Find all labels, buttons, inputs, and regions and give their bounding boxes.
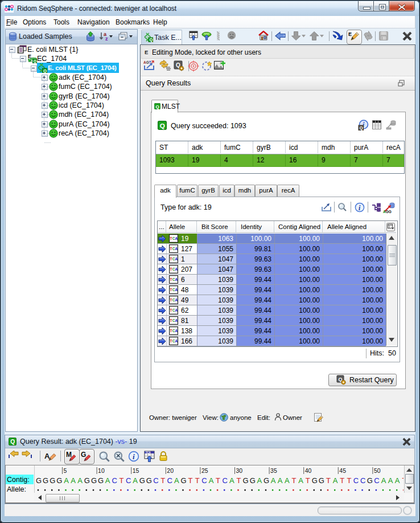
- svg-text:Q: Q: [150, 38, 153, 42]
- svg-text:T: T: [237, 476, 241, 485]
- svg-text:A: A: [257, 476, 262, 485]
- svg-text:50: 50: [374, 467, 381, 474]
- svg-text:A: A: [381, 476, 386, 485]
- svg-text:T: T: [326, 476, 331, 485]
- svg-text:G: G: [43, 476, 48, 485]
- svg-text:G: G: [319, 476, 324, 485]
- svg-text:A: A: [298, 476, 303, 485]
- svg-text:G: G: [312, 476, 318, 485]
- svg-text:C: C: [360, 476, 365, 485]
- svg-text:A: A: [71, 476, 76, 485]
- svg-text:A: A: [209, 476, 214, 485]
- svg-text:A: A: [333, 476, 338, 485]
- svg-text:35: 35: [270, 467, 277, 474]
- svg-text:A: A: [174, 476, 179, 485]
- svg-text:A: A: [133, 476, 138, 485]
- svg-text:G: G: [56, 476, 62, 485]
- svg-text:C: C: [153, 476, 158, 485]
- svg-text:C: C: [223, 476, 228, 485]
- svg-text:C: C: [167, 476, 172, 485]
- svg-text:A: A: [388, 476, 393, 485]
- svg-text:10: 10: [98, 467, 105, 474]
- svg-text:G: G: [367, 476, 373, 485]
- svg-text:C: C: [112, 476, 117, 485]
- svg-text:A: A: [229, 476, 234, 485]
- svg-text:A: A: [77, 476, 83, 485]
- svg-text:G: G: [84, 476, 90, 485]
- svg-text:G: G: [146, 476, 152, 485]
- svg-text:T: T: [216, 476, 220, 485]
- svg-text:5: 5: [64, 467, 67, 474]
- svg-text:A: A: [105, 476, 110, 485]
- svg-text:A: A: [64, 476, 69, 485]
- svg-text:T: T: [402, 476, 403, 485]
- svg-text:G: G: [263, 476, 269, 485]
- svg-text:AGG: AGG: [383, 210, 392, 214]
- svg-text:C: C: [374, 476, 379, 485]
- svg-text:T: T: [306, 476, 310, 485]
- svg-text:G: G: [81, 451, 86, 459]
- svg-text:C: C: [126, 476, 131, 485]
- svg-text:C: C: [353, 476, 359, 485]
- svg-text:A: A: [278, 476, 283, 485]
- svg-text:G: G: [250, 476, 256, 485]
- svg-text:A: A: [285, 476, 290, 485]
- svg-text:G: G: [50, 476, 55, 485]
- svg-text:25: 25: [201, 467, 208, 474]
- svg-text:i: i: [133, 452, 135, 461]
- svg-text:A: A: [271, 476, 276, 485]
- svg-text:Q: Q: [43, 68, 47, 73]
- svg-text:G: G: [91, 476, 97, 485]
- svg-text:T: T: [160, 476, 165, 485]
- svg-text:T: T: [347, 476, 351, 485]
- svg-text:G: G: [36, 476, 42, 485]
- svg-text:Q: Q: [360, 125, 363, 130]
- svg-text:30: 30: [236, 467, 243, 474]
- svg-text:T: T: [119, 476, 123, 485]
- svg-text:z: z: [105, 36, 108, 42]
- svg-text:20: 20: [167, 467, 174, 474]
- svg-text:T: T: [195, 476, 200, 485]
- svg-text:M: M: [66, 451, 72, 459]
- svg-text:E: E: [348, 31, 352, 37]
- svg-text:T: T: [291, 476, 296, 485]
- svg-text:G: G: [180, 476, 186, 485]
- svg-text:T: T: [340, 476, 344, 485]
- svg-text:T: T: [188, 476, 193, 485]
- svg-text:45: 45: [339, 467, 346, 474]
- svg-text:A: A: [395, 476, 400, 485]
- svg-text:40: 40: [305, 467, 312, 474]
- svg-text:G: G: [139, 476, 145, 485]
- svg-text:G: G: [98, 476, 104, 485]
- svg-text:G: G: [243, 476, 249, 485]
- svg-text:C: C: [201, 476, 207, 485]
- svg-text:TCA: TCA: [146, 451, 151, 454]
- svg-text:Q: Q: [34, 59, 36, 63]
- svg-text:15: 15: [133, 467, 139, 474]
